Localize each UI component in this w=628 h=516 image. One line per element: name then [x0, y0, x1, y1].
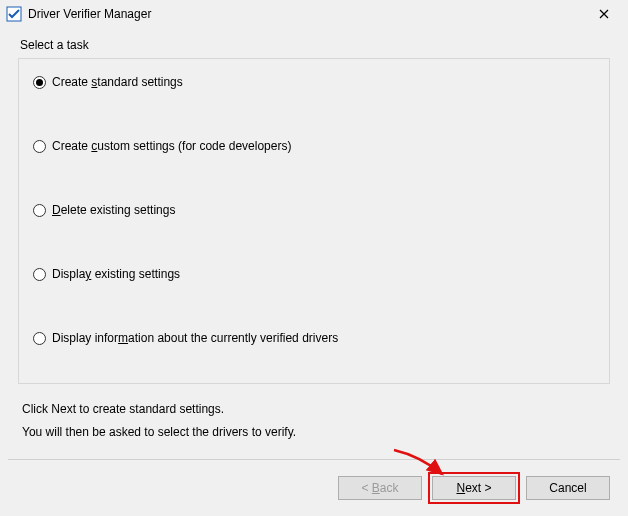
- radio-indicator: [33, 76, 46, 89]
- radio-display-existing[interactable]: Display existing settings: [33, 267, 595, 281]
- radio-label: Delete existing settings: [52, 203, 175, 217]
- radio-indicator: [33, 268, 46, 281]
- app-icon: [6, 6, 22, 22]
- next-button[interactable]: Next >: [432, 476, 516, 500]
- radio-create-standard[interactable]: Create standard settings: [33, 75, 595, 89]
- titlebar: Driver Verifier Manager: [0, 0, 628, 28]
- separator: [8, 459, 620, 460]
- window-title: Driver Verifier Manager: [28, 7, 584, 21]
- radio-label: Display existing settings: [52, 267, 180, 281]
- radio-indicator: [33, 204, 46, 217]
- content-area: Select a task Create standard settings C…: [0, 28, 628, 444]
- radio-delete-existing[interactable]: Delete existing settings: [33, 203, 595, 217]
- group-label: Select a task: [20, 38, 610, 52]
- hint-line-1: Click Next to create standard settings.: [22, 398, 610, 421]
- radio-create-custom[interactable]: Create custom settings (for code develop…: [33, 139, 595, 153]
- close-button[interactable]: [584, 2, 624, 26]
- back-button: < Back: [338, 476, 422, 500]
- radio-indicator: [33, 332, 46, 345]
- radio-indicator: [33, 140, 46, 153]
- hint-text: Click Next to create standard settings. …: [22, 398, 610, 444]
- cancel-button[interactable]: Cancel: [526, 476, 610, 500]
- hint-line-2: You will then be asked to select the dri…: [22, 421, 610, 444]
- annotation-arrow-icon: [390, 446, 450, 480]
- radio-display-info[interactable]: Display information about the currently …: [33, 331, 595, 345]
- wizard-buttons: < Back Next > Cancel: [338, 476, 610, 500]
- radio-label: Display information about the currently …: [52, 331, 338, 345]
- radio-label: Create standard settings: [52, 75, 183, 89]
- task-groupbox: Create standard settings Create custom s…: [18, 58, 610, 384]
- radio-label: Create custom settings (for code develop…: [52, 139, 291, 153]
